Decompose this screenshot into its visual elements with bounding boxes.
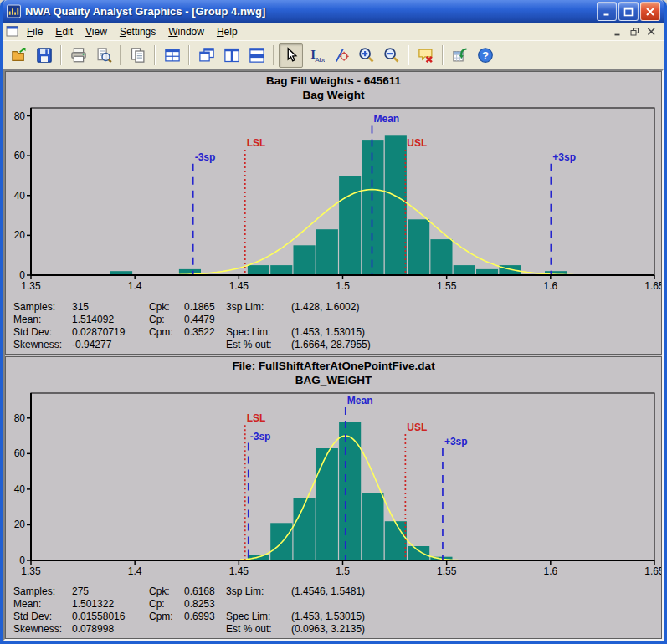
refline-label-LSL: LSL	[247, 412, 266, 424]
y-tick-label: 60	[14, 150, 26, 161]
toolbar-button-tile-vertical[interactable]	[219, 43, 244, 68]
close-button[interactable]	[640, 2, 660, 21]
stat-value: 315	[72, 301, 149, 314]
toolbar-separator	[120, 45, 121, 65]
toolbar-button-save[interactable]	[32, 43, 56, 68]
x-tick-label: 1.45	[229, 565, 249, 577]
stat-label: 3sp Lim:	[226, 585, 291, 598]
y-tick-label: 0	[19, 269, 25, 281]
stat-value: (1.4546, 1.5481)	[291, 585, 661, 598]
maximize-button[interactable]	[618, 2, 639, 21]
toolbar-button-open[interactable]	[7, 43, 31, 68]
refline-label--3sp: -3sp	[250, 430, 271, 442]
toolbar-button-tile-horizontal[interactable]	[244, 43, 269, 68]
tile-vertical-icon	[224, 49, 238, 62]
toolbar-button-point-label[interactable]	[329, 43, 353, 68]
toolbar-button-cascade[interactable]	[194, 43, 218, 68]
toolbar-button-tile-grid[interactable]	[160, 43, 184, 68]
chart-panel-1: Bag Fill Weights - 645611 Bag Weight -3s…	[5, 71, 662, 355]
window-title: NWA Quality Analyst Graphics - [Group 4.…	[25, 5, 593, 18]
mdi-window-controls	[611, 25, 661, 38]
x-tick-label: 1.65	[644, 565, 661, 577]
stat-value: 1.501322	[72, 598, 149, 611]
stats-block-2: Samples:275Cpk:0.61683sp Lim:(1.4546, 1.…	[6, 585, 661, 638]
stat-label	[226, 598, 291, 611]
toolbar-button-help[interactable]: ?	[473, 43, 497, 68]
y-tick-label: 60	[14, 447, 26, 459]
stat-value: (1.453, 1.53015)	[291, 611, 661, 623]
stat-value: 0.02870719	[72, 326, 149, 339]
app-icon	[7, 4, 21, 18]
tile-grid-icon	[165, 49, 178, 61]
stat-label: Cpk:	[149, 585, 184, 598]
menu-help[interactable]: Help	[211, 23, 244, 40]
stat-label: Cpm:	[149, 326, 184, 339]
toolbar-button-copy[interactable]	[126, 43, 150, 68]
y-tick-label: 80	[14, 411, 26, 423]
menu-file[interactable]: File	[21, 23, 49, 40]
help-icon: ?	[478, 49, 492, 63]
print-preview-icon	[98, 49, 111, 62]
save-icon	[37, 49, 50, 62]
menu-edit[interactable]: Edit	[49, 23, 80, 40]
chart-subtitle: BAG_WEIGHT	[6, 373, 661, 387]
refline-label-+3sp: +3sp	[444, 435, 468, 447]
toolbar-button-zoom-out[interactable]	[379, 43, 403, 68]
chart-title: Bag Fill Weights - 645611	[6, 72, 661, 88]
refline-label-USL: USL	[407, 137, 427, 149]
stat-value: 0.4479	[184, 314, 226, 326]
toolbar-button-print-preview[interactable]	[91, 43, 115, 68]
menu-window[interactable]: Window	[162, 23, 211, 40]
stat-label: Mean:	[13, 598, 72, 611]
toolbar: IAbc?	[3, 40, 664, 69]
toolbar-separator	[442, 45, 444, 65]
toolbar-button-export-data[interactable]	[448, 43, 472, 68]
print-icon	[71, 49, 85, 62]
y-tick-label: 80	[14, 110, 26, 122]
y-tick-label: 20	[14, 519, 26, 530]
stat-value: 0.01558016	[72, 611, 149, 623]
stat-label: Samples:	[13, 585, 72, 598]
stat-label: Std Dev:	[13, 326, 72, 339]
stat-label: Samples:	[13, 301, 72, 314]
stat-label	[149, 623, 184, 636]
title-bar[interactable]: NWA Quality Analyst Graphics - [Group 4.…	[3, 0, 664, 23]
menu-settings[interactable]: Settings	[114, 23, 162, 40]
toolbar-separator	[60, 45, 62, 65]
zoom-out-icon	[385, 49, 398, 61]
stat-label	[226, 314, 291, 326]
delete-annotation-icon	[418, 49, 431, 62]
toolbar-button-print[interactable]	[66, 43, 90, 68]
refline-label-LSL: LSL	[247, 137, 266, 149]
mdi-minimize-button[interactable]	[611, 25, 625, 38]
toolbar-button-text-annotate[interactable]: IAbc	[304, 43, 328, 68]
stat-label: Est % out:	[226, 623, 291, 636]
stat-value	[184, 623, 226, 636]
x-tick-label: 1.45	[229, 280, 249, 292]
toolbar-button-zoom-in[interactable]	[354, 43, 378, 68]
mdi-close-button[interactable]	[644, 25, 659, 38]
stat-value: 1.514092	[72, 314, 149, 326]
x-tick-label: 1.6	[543, 280, 557, 292]
x-tick-label: 1.35	[21, 280, 41, 292]
stat-value	[291, 314, 661, 326]
chart-panel-2: File: FullShiftAfterAtOnePointFive.dat B…	[5, 356, 662, 640]
stat-label: Skewness:	[13, 623, 72, 636]
export-data-icon	[453, 49, 466, 61]
x-tick-label: 1.6	[543, 565, 557, 577]
refline-label-Mean: Mean	[373, 113, 399, 125]
stat-value: 0.6993	[184, 611, 226, 623]
minimize-button[interactable]	[597, 2, 617, 21]
toolbar-button-delete-annotation[interactable]	[413, 43, 438, 68]
document-window-icon[interactable]	[6, 25, 19, 38]
toolbar-button-select[interactable]	[279, 43, 303, 68]
toolbar-separator	[188, 45, 190, 65]
mdi-restore-button[interactable]	[628, 25, 642, 38]
text-annotate-icon: IAbc	[310, 48, 325, 64]
stat-value: 0.1865	[184, 301, 226, 314]
stat-value: -0.94277	[72, 339, 149, 351]
cascade-icon	[199, 49, 213, 61]
open-icon	[12, 48, 25, 60]
svg-text:?: ?	[481, 49, 488, 62]
menu-view[interactable]: View	[80, 23, 114, 40]
